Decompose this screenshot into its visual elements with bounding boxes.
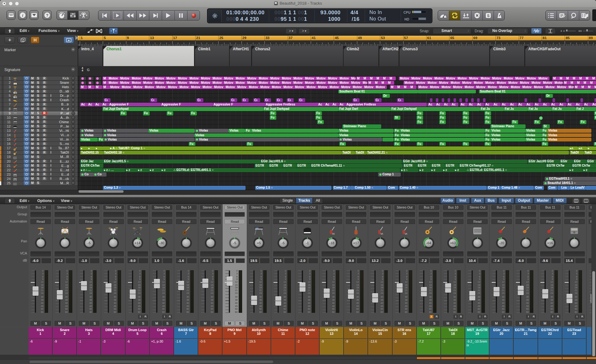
svg-text:-20: -20 — [499, 241, 504, 245]
svg-text:Vl.: Vl. — [381, 232, 383, 235]
svg-text:-5: -5 — [88, 241, 91, 245]
svg-text:-18: -18 — [329, 241, 334, 245]
svg-text:-1: -1 — [306, 241, 309, 245]
svg-text:+5: +5 — [257, 241, 261, 245]
svg-text:-5: -5 — [282, 241, 285, 245]
svg-text:?: ? — [46, 13, 48, 18]
svg-text:-30: -30 — [160, 241, 165, 245]
svg-text:Vl.: Vl. — [405, 232, 408, 235]
svg-text:i: i — [22, 13, 23, 18]
svg-text:Vl.: Vl. — [332, 232, 335, 235]
svg-text:-5: -5 — [233, 241, 236, 245]
svg-text:+16: +16 — [547, 241, 553, 245]
svg-text:+17: +17 — [353, 241, 359, 245]
svg-text:+63: +63 — [450, 241, 456, 245]
svg-text:-64: -64 — [426, 241, 431, 245]
svg-text:S: S — [487, 13, 489, 18]
svg-text:+14: +14 — [135, 241, 141, 245]
